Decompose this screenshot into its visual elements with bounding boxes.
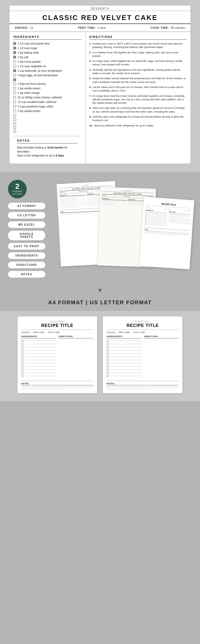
tp1-row-5 [21,353,56,355]
cook-meta: COOK TIME: 45 minutes [150,26,185,29]
blank-check-7 [145,222,146,223]
p2-serves: SERVES: [102,195,107,197]
tp2-line-12 [110,376,141,376]
blank-body: INGREDIENTS DIRECTIONS [145,209,191,228]
ingredient-text-7: 2 large eggs, at room temperature [18,74,58,77]
direction-num-6: 7. [89,94,91,105]
tp1-ingr-col: INGREDIENTS [21,335,56,378]
tp2-nl-2 [107,388,179,388]
ingredient-checkbox-19[interactable] [13,126,16,129]
ingredient-checkbox-14[interactable] [13,105,16,108]
tp2-row-3 [107,346,141,348]
direction-num-2: 3. [89,59,91,66]
ingredient-checkbox-5[interactable] [13,65,16,67]
tp2-line-3 [110,347,141,347]
directions-column: DIRECTIONS 1.Preheat your oven to 350°F … [86,32,190,163]
cook-value: 45 minutes [171,26,185,29]
ingredient-checkbox-7[interactable] [13,74,16,77]
ingredient-checkbox-4[interactable] [13,60,16,63]
blank-check-4 [145,217,146,218]
ingredient-checkbox-18[interactable] [13,122,16,125]
ingredient-checkbox-0[interactable]: ✓ [13,42,16,45]
preview-stack: DESSERTS CLASSIC RED VELVET CAKE SERVES:… [56,180,192,276]
tp2-nl-3 [107,389,150,389]
ingredient-checkbox-11[interactable] [13,91,16,94]
cook-label: COOK TIME: [150,26,169,29]
tp1-row-3 [21,346,56,348]
serves-meta: SERVES: 12 [15,26,33,29]
easy-to-print-button[interactable]: EASY TO PRINT [8,243,45,250]
tp1-serves: SERVES: [21,331,30,333]
direction-item-1: 2.In a medium bowl, sift together the fl… [89,51,187,58]
category-text: DESSERTS [91,7,109,10]
tp2-ingr-col: INGREDIENTS [107,335,141,378]
tp2-notes-lines [107,386,179,389]
tp2-line-2 [110,344,141,344]
ingredient-checkbox-9[interactable] [13,82,16,85]
ms-excel-button[interactable]: MS EXCEL [8,221,45,228]
google-sheets-button[interactable]: GOOGLE SHEETS [8,231,45,240]
ingredient-checkbox-16[interactable] [13,114,16,117]
tp1-check-8 [21,362,23,364]
tp1-notes-title: NOTES [21,383,93,385]
tp2-row-6 [107,356,141,358]
tp2-line-9 [110,366,141,367]
tp1-notes: NOTES [21,381,93,389]
tp2-notes-title: NOTES [107,383,179,385]
ingredient-item-15: 2 tsp vanilla extract [13,109,82,113]
direction-text-4: Divide the batter evenly between the pre… [93,77,187,84]
ingredient-text-10: 1 tsp vanilla extract [18,87,41,90]
direction-item-9: 10.Store any leftovers in the refrigerat… [89,124,187,127]
ingredient-checkbox-15[interactable] [13,110,16,112]
blank-dir-col: DIRECTIONS [168,211,191,228]
ingredient-checkbox-3[interactable]: ✓ [13,56,16,58]
prep-value: 1 hour [98,26,106,29]
tp2-meta: SERVES: PREP TIME: COOK TIME: [107,331,179,333]
tp2-prep: PREP TIME: [118,331,130,333]
tp1-line-4 [25,350,56,351]
tp2-check-4 [107,349,109,351]
direction-text-3: Gradually add the dry ingredients to the… [93,68,187,75]
ingredients-button[interactable]: INGREDIENTS [8,252,45,259]
tp1-cook: COOK TIME: [48,331,60,333]
blank-check-2 [146,214,147,215]
preview-serves: SERVES: 12 [59,191,66,193]
tp2-check-3 [107,346,109,348]
tp2-row-9 [107,365,141,367]
notes-button[interactable]: NOTES [8,271,45,278]
tp1-nl-2 [21,388,93,388]
ingredient-item-8: ✓ [13,78,82,81]
tp1-check-10 [21,369,23,371]
ingredient-item-9: 2 tbsp red food coloring [13,82,82,86]
ingredient-item-7: 2 large eggs, at room temperature [13,74,82,77]
ingredient-checkbox-12[interactable] [13,96,16,99]
ingredient-checkbox-20[interactable] [13,130,16,133]
tp2-row-4 [107,349,141,351]
tp1-check-2 [21,343,23,345]
tp2-dir-title: DIRECTIONS [144,335,179,338]
ingredient-checkbox-13[interactable] [13,101,16,103]
ingredient-checkbox-10[interactable] [13,87,16,90]
tp1-dir-title: DIRECTIONS [59,335,93,338]
tp1-row-6 [21,356,56,358]
preview-ingr-col-2: INGREDIENTS [102,198,127,207]
a4-format-button[interactable]: A4 FORMAT [8,203,45,209]
ingredient-checkbox-1[interactable]: ✓ [13,47,16,49]
ingredient-item-1: ✓1 1/2 cups sugar [13,46,82,50]
ingredient-checkbox-8[interactable]: ✓ [13,78,16,81]
notes-text: Add chocolate frosting or fresh berries … [17,146,78,158]
ingredient-checkbox-6[interactable]: ✓ [13,69,16,72]
blank-check-5 [145,219,146,220]
tp1-category: CATEGORY [21,320,93,323]
directions-button[interactable]: DIRECTIONS [8,262,45,268]
blank-serves: SERVES: [146,207,151,209]
ingredient-checkbox-2[interactable]: ✓ [13,51,16,54]
tp1-line-3 [25,347,56,347]
ingredients-list: ✓2 1/2 cups all-purpose flour✓1 1/2 cups… [13,42,82,133]
ingredient-item-10: 1 tsp vanilla extract [13,87,82,90]
ingredient-checkbox-17[interactable] [13,118,16,121]
us-letter-button[interactable]: US LETTER [8,212,45,219]
ingredient-item-3: ✓1 tsp salt [13,55,82,59]
notes-section: NOTES Add chocolate frosting or fresh be… [13,136,82,160]
ingredients-column: INGREDIENTS ✓2 1/2 cups all-purpose flou… [10,32,86,163]
